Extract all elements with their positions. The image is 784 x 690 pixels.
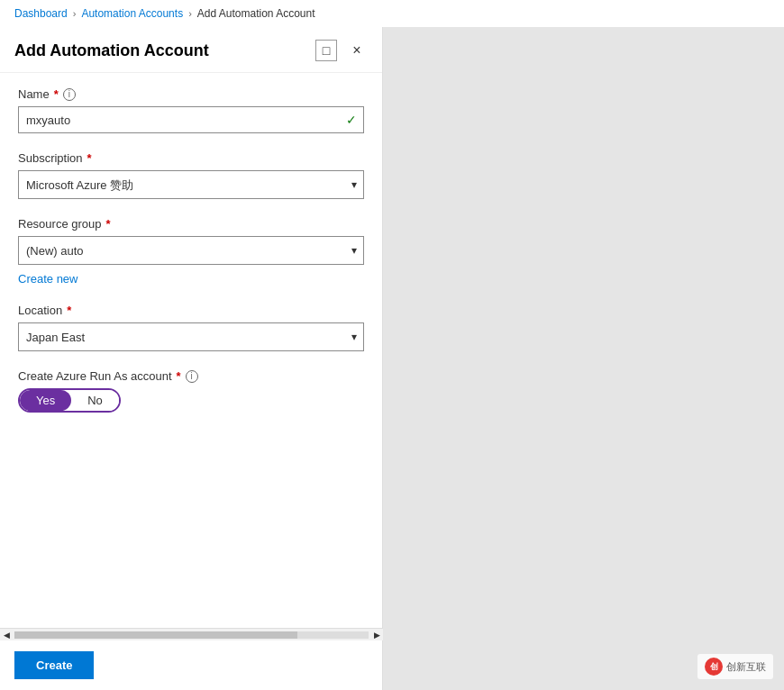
run-as-label-text: Create Azure Run As account bbox=[18, 369, 172, 383]
name-label: Name * i bbox=[18, 87, 364, 101]
right-area: 创 创新互联 bbox=[383, 27, 784, 690]
panel-header: Add Automation Account □ × bbox=[0, 27, 382, 73]
horizontal-scrollbar: ◀ ▶ bbox=[0, 628, 383, 640]
breadcrumb-automation-accounts[interactable]: Automation Accounts bbox=[81, 7, 183, 20]
resource-group-select-wrapper: (New) auto ▾ bbox=[18, 236, 364, 265]
location-group: Location * Japan East ▾ bbox=[18, 304, 364, 351]
resource-group-label-text: Resource group bbox=[18, 217, 102, 231]
resource-group-select[interactable]: (New) auto bbox=[18, 236, 364, 265]
location-select-wrapper: Japan East ▾ bbox=[18, 322, 364, 351]
scroll-track[interactable] bbox=[14, 631, 369, 639]
breadcrumb-sep-2: › bbox=[188, 8, 192, 19]
run-as-info-icon[interactable]: i bbox=[186, 370, 198, 383]
location-select[interactable]: Japan East bbox=[18, 322, 364, 351]
add-automation-panel: Add Automation Account □ × Name * i ✓ Su… bbox=[0, 27, 383, 690]
breadcrumb: Dashboard › Automation Accounts › Add Au… bbox=[0, 0, 784, 27]
name-check-icon: ✓ bbox=[346, 113, 357, 127]
resource-group-group: Resource group * (New) auto ▾ Create new bbox=[18, 217, 364, 286]
location-required: * bbox=[67, 304, 71, 317]
run-as-toggle-group: Yes No bbox=[18, 388, 364, 413]
panel-footer: Create bbox=[0, 640, 382, 690]
panel-content: Name * i ✓ Subscription * Microsoft Azur… bbox=[0, 73, 382, 640]
breadcrumb-current: Add Automation Account bbox=[197, 7, 315, 20]
create-button[interactable]: Create bbox=[14, 651, 94, 679]
run-as-label: Create Azure Run As account * i bbox=[18, 369, 364, 383]
close-button[interactable]: × bbox=[346, 40, 368, 61]
name-input-wrapper: ✓ bbox=[18, 106, 364, 133]
location-label-text: Location bbox=[18, 304, 62, 317]
subscription-label-text: Subscription bbox=[18, 151, 83, 165]
name-required: * bbox=[54, 87, 59, 101]
subscription-group: Subscription * Microsoft Azure 赞助 ▾ bbox=[18, 151, 364, 199]
scroll-right-arrow[interactable]: ▶ bbox=[370, 629, 383, 641]
subscription-select[interactable]: Microsoft Azure 赞助 bbox=[18, 170, 364, 199]
resource-group-required: * bbox=[106, 217, 111, 231]
scroll-thumb bbox=[14, 631, 297, 639]
name-label-text: Name bbox=[18, 87, 50, 101]
run-as-group: Create Azure Run As account * i Yes No bbox=[18, 369, 364, 413]
name-info-icon[interactable]: i bbox=[63, 88, 76, 101]
toggle-no-button[interactable]: No bbox=[71, 390, 119, 411]
run-as-required: * bbox=[177, 369, 181, 383]
breadcrumb-sep-1: › bbox=[73, 8, 77, 19]
maximize-button[interactable]: □ bbox=[315, 40, 337, 61]
create-new-link[interactable]: Create new bbox=[18, 272, 77, 286]
name-group: Name * i ✓ bbox=[18, 87, 364, 133]
subscription-select-wrapper: Microsoft Azure 赞助 ▾ bbox=[18, 170, 364, 199]
breadcrumb-dashboard[interactable]: Dashboard bbox=[14, 7, 68, 20]
watermark-text: 创新互联 bbox=[726, 660, 766, 674]
scroll-left-arrow[interactable]: ◀ bbox=[0, 629, 13, 641]
watermark-logo: 创 bbox=[705, 658, 723, 676]
location-label: Location * bbox=[18, 304, 364, 317]
panel-header-icons: □ × bbox=[315, 40, 368, 61]
subscription-label: Subscription * bbox=[18, 151, 364, 165]
watermark: 创 创新互联 bbox=[697, 654, 773, 679]
panel-title: Add Automation Account bbox=[14, 41, 315, 60]
toggle-yes-button[interactable]: Yes bbox=[20, 390, 71, 411]
name-input[interactable] bbox=[18, 106, 364, 133]
resource-group-label: Resource group * bbox=[18, 217, 364, 231]
subscription-required: * bbox=[87, 151, 92, 165]
run-as-toggle: Yes No bbox=[18, 388, 121, 413]
